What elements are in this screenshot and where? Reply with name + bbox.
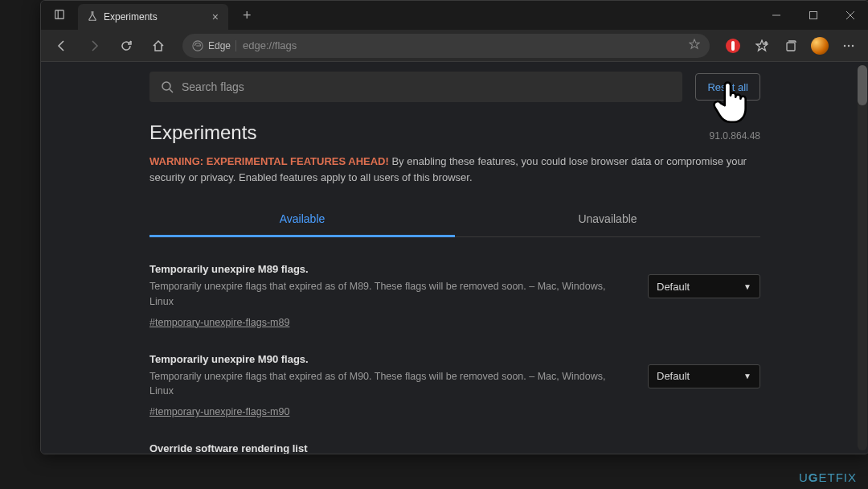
chevron-down-icon: ▼ — [743, 372, 751, 380]
page-title: Experiments — [149, 121, 256, 144]
flag-text: Temporarily unexpire M90 flags. Temporar… — [149, 353, 632, 419]
menu-button[interactable] — [835, 33, 862, 59]
svg-point-12 — [852, 44, 854, 46]
svg-point-11 — [848, 44, 850, 46]
flag-text: Override software rendering list Overrid… — [149, 442, 632, 454]
flag-text: Temporarily unexpire M89 flags. Temporar… — [149, 263, 632, 329]
favorites-icon[interactable] — [748, 33, 776, 59]
version-text: 91.0.864.48 — [710, 130, 760, 142]
search-row: Search flags Reset all — [149, 72, 760, 102]
flag-item: Temporarily unexpire M90 flags. Temporar… — [149, 343, 760, 434]
tabs: Available Unavailable — [149, 203, 760, 237]
collections-icon[interactable] — [777, 33, 805, 59]
flags-list: Temporarily unexpire M89 flags. Temporar… — [149, 253, 760, 454]
browser-tab[interactable]: Experiments × — [78, 4, 228, 30]
watermark: UGETFIX — [799, 471, 857, 484]
back-button[interactable] — [47, 33, 76, 59]
flags-page: Search flags Reset all Experiments 91.0.… — [149, 62, 760, 454]
flag-select[interactable]: Default▼ — [648, 364, 760, 388]
svg-point-13 — [162, 82, 170, 90]
extension-icon[interactable] — [719, 33, 747, 59]
svg-rect-0 — [55, 10, 64, 18]
search-input[interactable]: Search flags — [149, 72, 682, 102]
minimize-button[interactable] — [758, 1, 795, 30]
flask-icon — [88, 11, 97, 23]
titlebar-left: Experiments × + — [41, 1, 259, 30]
flag-desc: Temporarily unexpire flags that expired … — [149, 369, 632, 400]
warning-bold: WARNING: EXPERIMENTAL FEATURES AHEAD! — [149, 155, 389, 167]
svg-point-10 — [844, 44, 845, 46]
flag-title: Temporarily unexpire M90 flags. — [149, 353, 632, 365]
scrollbar-thumb[interactable] — [858, 65, 867, 105]
header-row: Experiments 91.0.864.48 — [149, 121, 760, 144]
toolbar-right — [719, 33, 862, 59]
maximize-button[interactable] — [795, 1, 832, 30]
tab-actions-icon[interactable] — [47, 9, 72, 23]
flag-select[interactable]: Default▼ — [648, 274, 760, 298]
flag-item: Override software rendering list Overrid… — [149, 433, 760, 454]
flag-title: Temporarily unexpire M89 flags. — [149, 263, 632, 275]
svg-rect-9 — [787, 43, 795, 51]
search-placeholder: Search flags — [182, 80, 244, 93]
tab-unavailable[interactable]: Unavailable — [455, 203, 760, 236]
forward-button[interactable] — [80, 33, 108, 59]
search-icon — [161, 80, 174, 93]
svg-line-14 — [170, 89, 173, 92]
edge-badge: Edge — [192, 40, 236, 51]
flag-link[interactable]: #temporary-unexpire-flags-m89 — [149, 317, 289, 328]
flag-title: Override software rendering list — [149, 442, 632, 454]
scrollbar-track[interactable] — [858, 65, 867, 450]
new-tab-button[interactable]: + — [235, 7, 260, 24]
flag-item: Temporarily unexpire M89 flags. Temporar… — [149, 253, 760, 343]
browser-window: Experiments × + Edge edge://flags — [40, 0, 868, 454]
flag-link[interactable]: #temporary-unexpire-flags-m90 — [149, 406, 289, 417]
tab-title: Experiments — [104, 11, 158, 23]
home-button[interactable] — [144, 33, 173, 59]
favorite-icon[interactable] — [689, 39, 700, 52]
profile-button[interactable] — [806, 33, 833, 59]
warning-text: WARNING: EXPERIMENTAL FEATURES AHEAD! By… — [149, 154, 760, 185]
close-window-button[interactable] — [832, 1, 868, 30]
content-area: Search flags Reset all Experiments 91.0.… — [41, 62, 868, 454]
reset-all-button[interactable]: Reset all — [695, 73, 760, 101]
refresh-button[interactable] — [112, 33, 141, 59]
titlebar: Experiments × + — [41, 1, 868, 30]
svg-rect-3 — [810, 12, 817, 19]
url-text: edge://flags — [243, 39, 297, 51]
window-controls — [758, 1, 868, 30]
edge-label: Edge — [208, 40, 231, 51]
tab-available[interactable]: Available — [149, 203, 455, 237]
close-tab-icon[interactable]: × — [212, 10, 219, 23]
chevron-down-icon: ▼ — [743, 282, 751, 291]
flag-desc: Temporarily unexpire flags that expired … — [149, 279, 632, 310]
avatar — [811, 37, 829, 55]
toolbar: Edge edge://flags — [41, 30, 868, 62]
address-bar[interactable]: Edge edge://flags — [182, 34, 710, 58]
